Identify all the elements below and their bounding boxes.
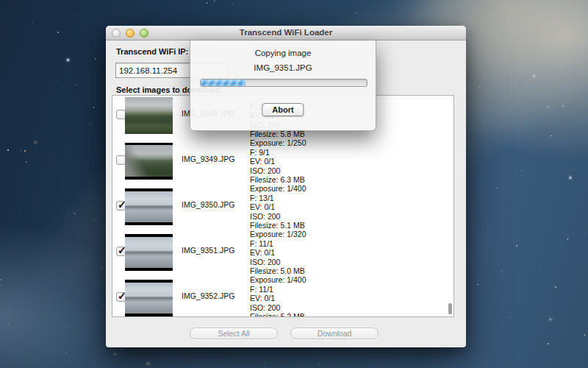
- image-exif: Exposure: 1/250F: 9/1EV: 0/1ISO: 200File…: [250, 138, 306, 185]
- window-titlebar[interactable]: Transcend WiFi Loader: [106, 26, 466, 40]
- progress-bar: [200, 79, 368, 87]
- image-thumbnail: [125, 188, 173, 225]
- image-filename: IMG_9351.JPG: [182, 246, 234, 255]
- image-filename: IMG_9352.JPG: [182, 291, 234, 300]
- window-title: Transcend WiFi Loader: [106, 28, 466, 37]
- image-thumbnail: [125, 97, 173, 134]
- dialog-title: Copying image: [190, 49, 376, 57]
- progress-fill: [201, 79, 245, 86]
- image-exif: Exposure: 1/400F: 11/1EV: 0/1ISO: 200Fil…: [250, 275, 306, 317]
- copy-progress-dialog: Copying image IMG_9351.JPG Abort: [190, 40, 376, 131]
- image-row: IMG_9351.JPG Exposure: 1/320F: 11/1EV: 0…: [112, 230, 453, 275]
- image-thumbnail: [125, 280, 173, 316]
- image-filename: IMG_9350.JPG: [182, 200, 234, 209]
- image-row: IMG_9350.JPG Exposure: 1/400F: 13/1EV: 0…: [112, 184, 453, 230]
- ip-label: Transcend WiFi IP:: [116, 47, 188, 56]
- dialog-filename: IMG_9351.JPG: [190, 63, 376, 72]
- image-exif: Exposure: 1/400F: 13/1EV: 0/1ISO: 200Fil…: [250, 184, 306, 230]
- download-button[interactable]: Download: [290, 328, 379, 339]
- desktop: Transcend WiFi Loader Transcend WiFi IP:…: [0, 0, 588, 368]
- abort-button[interactable]: Abort: [262, 103, 304, 116]
- select-all-button[interactable]: Select All: [190, 328, 278, 339]
- image-row: IMG_9352.JPG Exposure: 1/400F: 11/1EV: 0…: [112, 275, 453, 317]
- image-row: IMG_9349.JPG Exposure: 1/250F: 9/1EV: 0/…: [112, 138, 453, 184]
- image-thumbnail: [125, 143, 173, 180]
- scrollbar-thumb[interactable]: [448, 303, 452, 314]
- image-exif: Exposure: 1/320F: 11/1EV: 0/1ISO: 200Fil…: [250, 230, 306, 276]
- image-thumbnail: [125, 234, 173, 271]
- image-filename: IMG_9349.JPG: [182, 155, 234, 163]
